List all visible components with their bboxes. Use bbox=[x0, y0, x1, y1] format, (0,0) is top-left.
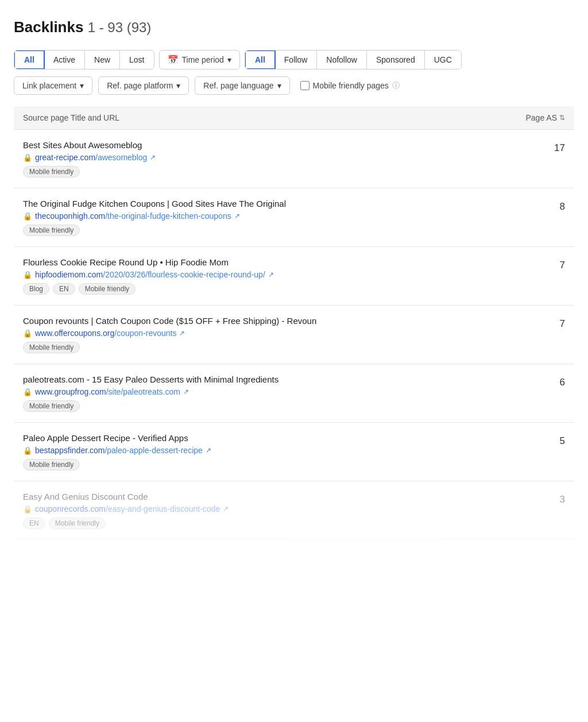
table-row: Easy And Genius Discount Code 🔒 couponre… bbox=[14, 481, 574, 540]
external-link-icon[interactable]: ↗ bbox=[268, 271, 274, 279]
tag: Mobile friendly bbox=[23, 342, 80, 353]
backlink-url-row: 🔒 www.groupfrog.com/site/paleotreats.com… bbox=[23, 387, 542, 396]
tag: Mobile friendly bbox=[23, 166, 80, 177]
external-link-icon[interactable]: ↗ bbox=[234, 212, 240, 220]
url-path: /easy-and-genius-discount-code bbox=[106, 504, 220, 513]
tags-row: Mobile friendly bbox=[23, 225, 542, 236]
calendar-icon: 📅 bbox=[168, 55, 179, 65]
backlink-score: 5 bbox=[542, 433, 565, 447]
external-link-icon[interactable]: ↗ bbox=[206, 446, 211, 454]
col-as-label: Page AS ⇅ bbox=[526, 113, 566, 122]
tags-row: BlogENMobile friendly bbox=[23, 283, 542, 295]
url-domain: www.groupfrog.com bbox=[35, 387, 106, 396]
backlink-title: Flourless Cookie Recipe Round Up • Hip F… bbox=[23, 257, 542, 267]
table-header: Source page Title and URL Page AS ⇅ bbox=[14, 106, 574, 130]
tags-row: Mobile friendly bbox=[23, 342, 542, 353]
url-domain: couponrecords.com bbox=[35, 504, 106, 513]
table-row: Coupon revounts | Catch Coupon Code ($15… bbox=[14, 306, 574, 364]
url-path: /awesomeblog bbox=[95, 153, 147, 162]
backlink-score: 7 bbox=[542, 257, 565, 271]
table-row: Paleo Apple Dessert Recipe - Verified Ap… bbox=[14, 423, 574, 481]
tag: Mobile friendly bbox=[23, 459, 80, 470]
status-btn-lost[interactable]: Lost bbox=[120, 51, 153, 69]
chevron-down-icon: ▾ bbox=[227, 55, 231, 64]
sort-icon[interactable]: ⇅ bbox=[559, 114, 565, 122]
table-row: The Original Fudge Kitchen Coupons | Goo… bbox=[14, 188, 574, 247]
chevron-down-icon: ▾ bbox=[80, 81, 84, 90]
backlink-url-row: 🔒 bestappsfinder.com/paleo-apple-dessert… bbox=[23, 446, 542, 455]
filter-row-1: All Active New Lost 📅 Time period ▾ All … bbox=[14, 50, 574, 70]
tags-row: ENMobile friendly bbox=[23, 518, 542, 529]
status-btn-new[interactable]: New bbox=[85, 51, 120, 69]
backlinks-table: Source page Title and URL Page AS ⇅ Best… bbox=[14, 106, 574, 540]
external-link-icon[interactable]: ↗ bbox=[150, 153, 156, 161]
tag: Mobile friendly bbox=[23, 225, 80, 236]
lock-icon: 🔒 bbox=[23, 505, 32, 513]
status-btn-all[interactable]: All bbox=[14, 50, 45, 70]
url-domain: bestappsfinder.com bbox=[35, 446, 105, 455]
chevron-down-icon: ▾ bbox=[176, 81, 180, 90]
url-path: /site/paleotreats.com bbox=[106, 387, 180, 396]
tag: Mobile friendly bbox=[23, 400, 80, 412]
backlink-url-row: 🔒 great-recipe.com/awesomeblog ↗ bbox=[23, 153, 542, 162]
ref-page-platform-dropdown[interactable]: Ref. page platform ▾ bbox=[98, 76, 189, 95]
mobile-friendly-checkbox[interactable] bbox=[300, 81, 310, 90]
time-period-dropdown[interactable]: 📅 Time period ▾ bbox=[159, 50, 240, 70]
lock-icon: 🔒 bbox=[23, 271, 32, 279]
tag: Mobile friendly bbox=[79, 283, 136, 295]
backlink-title: Paleo Apple Dessert Recipe - Verified Ap… bbox=[23, 433, 542, 443]
info-icon[interactable]: ⓘ bbox=[392, 80, 400, 91]
url-domain: hipfoodiemom.com bbox=[35, 270, 103, 279]
link-type-filter-group: All Follow Nofollow Sponsored UGC bbox=[245, 50, 462, 70]
external-link-icon[interactable]: ↗ bbox=[179, 329, 185, 337]
lock-icon: 🔒 bbox=[23, 212, 32, 221]
linktype-btn-sponsored[interactable]: Sponsored bbox=[367, 51, 425, 69]
backlink-score: 8 bbox=[542, 199, 565, 213]
tags-row: Mobile friendly bbox=[23, 459, 542, 470]
link-placement-dropdown[interactable]: Link placement ▾ bbox=[14, 76, 92, 95]
backlink-url[interactable]: bestappsfinder.com/paleo-apple-dessert-r… bbox=[35, 446, 203, 455]
backlink-left: paleotreats.com - 15 Easy Paleo Desserts… bbox=[23, 374, 542, 412]
ref-page-language-dropdown[interactable]: Ref. page language ▾ bbox=[195, 76, 289, 95]
col-source-label: Source page Title and URL bbox=[23, 113, 119, 122]
backlink-title: Coupon revounts | Catch Coupon Code ($15… bbox=[23, 316, 542, 326]
backlink-score: 3 bbox=[542, 492, 565, 505]
backlink-url[interactable]: www.offercoupons.org/coupon-revounts bbox=[35, 329, 176, 338]
backlink-url[interactable]: thecouponhigh.com/the-original-fudge-kit… bbox=[35, 211, 231, 221]
url-path: /paleo-apple-dessert-recipe bbox=[105, 446, 202, 455]
backlink-url[interactable]: great-recipe.com/awesomeblog bbox=[35, 153, 147, 162]
status-btn-active[interactable]: Active bbox=[44, 51, 85, 69]
linktype-btn-nofollow[interactable]: Nofollow bbox=[317, 51, 367, 69]
external-link-icon[interactable]: ↗ bbox=[183, 388, 189, 396]
status-filter-group: All Active New Lost bbox=[14, 50, 154, 70]
lock-icon: 🔒 bbox=[23, 329, 32, 338]
tag: EN bbox=[53, 283, 75, 295]
lock-icon: 🔒 bbox=[23, 388, 32, 396]
backlink-url[interactable]: www.groupfrog.com/site/paleotreats.com bbox=[35, 387, 180, 396]
linktype-btn-all[interactable]: All bbox=[245, 50, 276, 70]
backlink-url-row: 🔒 thecouponhigh.com/the-original-fudge-k… bbox=[23, 211, 542, 221]
url-path: /the-original-fudge-kitchen-coupons bbox=[105, 211, 231, 221]
linktype-btn-follow[interactable]: Follow bbox=[275, 51, 317, 69]
backlink-url-row: 🔒 www.offercoupons.org/coupon-revounts ↗ bbox=[23, 329, 542, 338]
backlink-left: Paleo Apple Dessert Recipe - Verified Ap… bbox=[23, 433, 542, 470]
backlink-title: Best Sites About Awesomeblog bbox=[23, 140, 542, 150]
backlink-title: paleotreats.com - 15 Easy Paleo Desserts… bbox=[23, 374, 542, 384]
linktype-btn-ugc[interactable]: UGC bbox=[425, 51, 461, 69]
url-domain: www.offercoupons.org bbox=[35, 329, 114, 338]
tag: Mobile friendly bbox=[49, 518, 106, 529]
backlink-left: Easy And Genius Discount Code 🔒 couponre… bbox=[23, 492, 542, 529]
backlink-score: 17 bbox=[542, 140, 565, 154]
backlink-left: Coupon revounts | Catch Coupon Code ($15… bbox=[23, 316, 542, 353]
mobile-friendly-filter[interactable]: Mobile friendly pages ⓘ bbox=[300, 80, 400, 91]
url-domain: thecouponhigh.com bbox=[35, 211, 105, 221]
filter-row-2: Link placement ▾ Ref. page platform ▾ Re… bbox=[14, 76, 574, 95]
tag: Blog bbox=[23, 283, 49, 295]
backlink-left: Best Sites About Awesomeblog 🔒 great-rec… bbox=[23, 140, 542, 177]
backlink-left: The Original Fudge Kitchen Coupons | Goo… bbox=[23, 199, 542, 236]
backlink-url[interactable]: couponrecords.com/easy-and-genius-discou… bbox=[35, 504, 220, 513]
external-link-icon[interactable]: ↗ bbox=[223, 505, 229, 513]
page-title: Backlinks 1 - 93 (93) bbox=[14, 18, 574, 36]
backlinks-list: Best Sites About Awesomeblog 🔒 great-rec… bbox=[14, 130, 574, 540]
backlink-url[interactable]: hipfoodiemom.com/2020/03/26/flourless-co… bbox=[35, 270, 265, 279]
